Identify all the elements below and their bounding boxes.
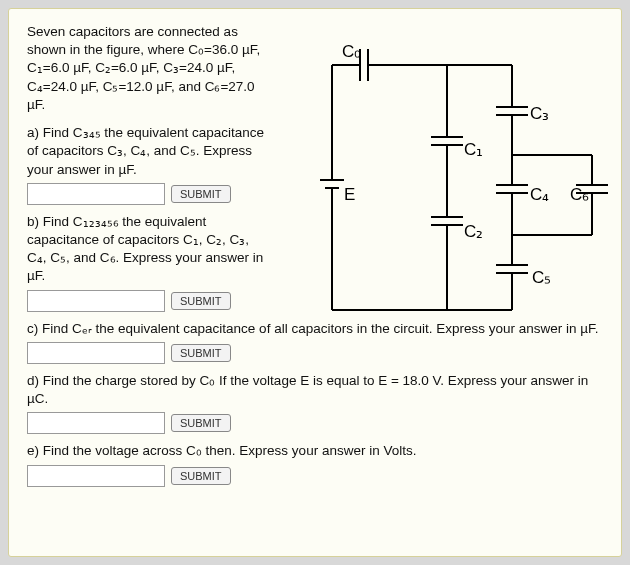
label-C0: C₀ — [342, 42, 361, 61]
question-c: c) Find Cₑᵣ the equivalent capacitance o… — [27, 320, 603, 364]
intro-text: Seven capacitors are connected as shown … — [27, 23, 267, 114]
question-b: b) Find C₁₂₃₄₅₆ the equivalent capacitan… — [27, 213, 267, 312]
svg-rect-19 — [510, 108, 514, 114]
answer-a-input[interactable] — [27, 183, 165, 205]
question-a: a) Find C₃₄₅ the equivalent capacitance … — [27, 124, 267, 205]
submit-e-button[interactable]: SUBMIT — [171, 467, 231, 485]
label-C1: C₁ — [464, 140, 483, 159]
question-e-text: e) Find the voltage across C₀ then. Expr… — [27, 442, 603, 460]
question-d-text: d) Find the charge stored by C₀ If the v… — [27, 372, 603, 408]
question-d: d) Find the charge stored by C₀ If the v… — [27, 372, 603, 434]
submit-b-button[interactable]: SUBMIT — [171, 292, 231, 310]
submit-a-button[interactable]: SUBMIT — [171, 185, 231, 203]
question-b-text: b) Find C₁₂₃₄₅₆ the equivalent capacitan… — [27, 213, 267, 286]
circuit-diagram: E C₀ C₁ C₂ C₃ C₄ C₅ C₆ — [312, 25, 612, 325]
label-C4: C₄ — [530, 185, 549, 204]
label-C3: C₃ — [530, 104, 549, 123]
question-a-text: a) Find C₃₄₅ the equivalent capacitance … — [27, 124, 267, 179]
label-C5: C₅ — [532, 268, 551, 287]
problem-panel: Seven capacitors are connected as shown … — [8, 8, 622, 557]
label-E: E — [344, 185, 355, 204]
question-e: e) Find the voltage across C₀ then. Expr… — [27, 442, 603, 486]
label-C6: C₆ — [570, 185, 589, 204]
answer-d-input[interactable] — [27, 412, 165, 434]
svg-rect-36 — [510, 266, 514, 272]
answer-e-input[interactable] — [27, 465, 165, 487]
svg-rect-30 — [590, 186, 594, 192]
answer-b-input[interactable] — [27, 290, 165, 312]
svg-rect-25 — [510, 186, 514, 192]
submit-d-button[interactable]: SUBMIT — [171, 414, 231, 432]
answer-c-input[interactable] — [27, 342, 165, 364]
submit-c-button[interactable]: SUBMIT — [171, 344, 231, 362]
label-C2: C₂ — [464, 222, 483, 241]
